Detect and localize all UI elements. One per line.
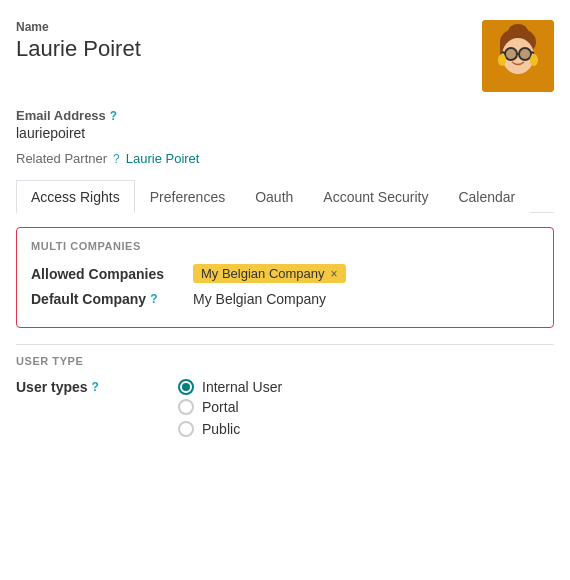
related-partner-row: Related Partner ? Laurie Poiret [16, 151, 554, 166]
tabs-bar: Access Rights Preferences Oauth Account … [16, 180, 554, 213]
name-value: Laurie Poiret [16, 36, 141, 62]
internal-user-radio[interactable] [178, 379, 194, 395]
tab-calendar[interactable]: Calendar [443, 180, 530, 213]
portal-option[interactable]: Portal [178, 399, 554, 415]
tab-oauth[interactable]: Oauth [240, 180, 308, 213]
public-option[interactable]: Public [178, 421, 554, 437]
related-partner-label: Related Partner [16, 151, 107, 166]
default-company-value: My Belgian Company [193, 291, 326, 307]
user-types-row: User types ? Internal User [16, 379, 554, 395]
svg-line-8 [502, 52, 505, 53]
name-block: Name Laurie Poiret [16, 20, 141, 62]
default-company-label: Default Company ? [31, 291, 181, 307]
svg-point-11 [520, 49, 531, 60]
svg-line-9 [531, 52, 534, 53]
tab-access-rights[interactable]: Access Rights [16, 180, 135, 213]
svg-point-13 [530, 54, 538, 66]
public-label: Public [202, 421, 240, 437]
related-partner-link[interactable]: Laurie Poiret [126, 151, 200, 166]
multi-companies-title: MULTI COMPANIES [31, 240, 539, 252]
allowed-companies-row: Allowed Companies My Belgian Company × [31, 264, 539, 283]
default-company-row: Default Company ? My Belgian Company [31, 291, 539, 307]
internal-user-option[interactable]: Internal User [178, 379, 282, 395]
email-label: Email Address ? [16, 108, 554, 123]
allowed-companies-label: Allowed Companies [31, 266, 181, 282]
header-section: Name Laurie Poiret [16, 20, 554, 92]
name-label: Name [16, 20, 141, 34]
svg-point-3 [508, 24, 528, 40]
related-partner-help-icon[interactable]: ? [113, 152, 120, 166]
email-section: Email Address ? lauriepoiret [16, 108, 554, 141]
internal-user-label: Internal User [202, 379, 282, 395]
user-type-title: USER TYPE [16, 344, 554, 367]
tab-account-security[interactable]: Account Security [308, 180, 443, 213]
user-type-section: USER TYPE User types ? Internal User Por… [16, 344, 554, 437]
tag-label: My Belgian Company [201, 266, 325, 281]
user-types-help-icon[interactable]: ? [92, 380, 99, 394]
multi-companies-box: MULTI COMPANIES Allowed Companies My Bel… [16, 227, 554, 328]
user-types-label: User types ? [16, 379, 166, 395]
portal-label: Portal [202, 399, 239, 415]
portal-radio[interactable] [178, 399, 194, 415]
public-radio[interactable] [178, 421, 194, 437]
allowed-companies-tag: My Belgian Company × [193, 264, 346, 283]
email-help-icon[interactable]: ? [110, 109, 117, 123]
tab-preferences[interactable]: Preferences [135, 180, 240, 213]
radio-options-list: Portal Public [178, 399, 554, 437]
avatar [482, 20, 554, 92]
default-company-help-icon[interactable]: ? [150, 292, 157, 306]
svg-point-12 [498, 54, 506, 66]
svg-point-10 [506, 49, 517, 60]
tag-close-icon[interactable]: × [331, 267, 338, 281]
email-value: lauriepoiret [16, 125, 554, 141]
